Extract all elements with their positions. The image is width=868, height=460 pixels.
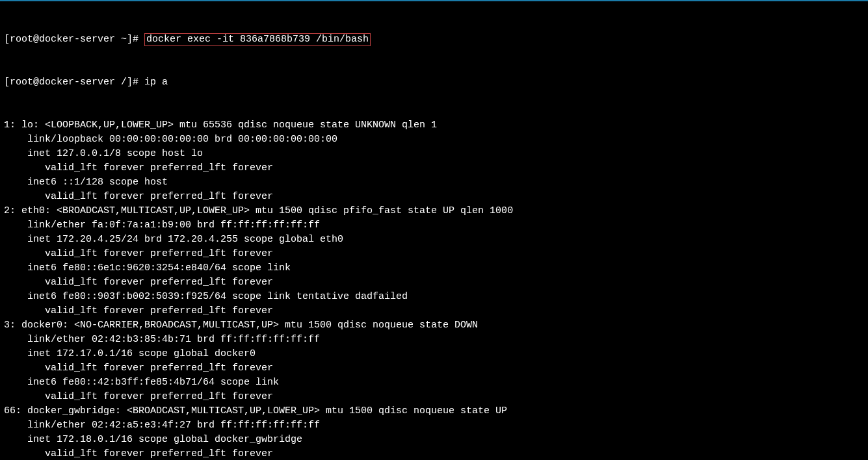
interface-line: inet6 fe80::903f:b002:5039:f925/64 scope…: [4, 290, 864, 304]
interface-line: link/loopback 00:00:00:00:00:00 brd 00:0…: [4, 133, 864, 147]
prompt-line-2: [root@docker-server /]# ip a: [4, 75, 864, 90]
interface-line: inet 172.17.0.1/16 scope global docker0: [4, 347, 864, 361]
interface-line: link/ether fa:0f:7a:a1:b9:00 brd ff:ff:f…: [4, 218, 864, 233]
interface-line: inet6 fe80::6e1c:9620:3254:e840/64 scope…: [4, 261, 864, 275]
interface-line: inet 172.18.0.1/16 scope global docker_g…: [4, 433, 864, 447]
interface-line: valid_lft forever preferred_lft forever: [4, 161, 864, 175]
interface-line: valid_lft forever preferred_lft forever: [4, 190, 864, 204]
interface-header: 66: docker_gwbridge: <BROADCAST,MULTICAS…: [4, 404, 864, 418]
interface-line: valid_lft forever preferred_lft forever: [4, 275, 864, 290]
prompt-line-1: [root@docker-server ~]# docker exec -it …: [4, 32, 864, 47]
interface-header: 3: docker0: <NO-CARRIER,BROADCAST,MULTIC…: [4, 318, 864, 333]
interface-header: 1: lo: <LOOPBACK,UP,LOWER_UP> mtu 65536 …: [4, 118, 864, 133]
prompt-prefix-1: [root@docker-server ~]#: [4, 34, 144, 45]
command-output: 1: lo: <LOOPBACK,UP,LOWER_UP> mtu 65536 …: [4, 118, 864, 460]
interface-line: valid_lft forever preferred_lft forever: [4, 361, 864, 376]
interface-line: valid_lft forever preferred_lft forever: [4, 447, 864, 460]
terminal-pane[interactable]: [root@docker-server ~]# docker exec -it …: [0, 1, 868, 460]
interface-line: inet 127.0.0.1/8 scope host lo: [4, 147, 864, 161]
interface-line: valid_lft forever preferred_lft forever: [4, 247, 864, 261]
interface-line: valid_lft forever preferred_lft forever: [4, 304, 864, 318]
interface-line: inet6 fe80::42:b3ff:fe85:4b71/64 scope l…: [4, 376, 864, 390]
highlighted-command: docker exec -it 836a7868b739 /bin/bash: [144, 33, 371, 46]
interface-line: link/ether 02:42:b3:85:4b:71 brd ff:ff:f…: [4, 333, 864, 347]
interface-line: link/ether 02:42:a5:e3:4f:27 brd ff:ff:f…: [4, 418, 864, 433]
interface-line: inet 172.20.4.25/24 brd 172.20.4.255 sco…: [4, 233, 864, 247]
interface-header: 2: eth0: <BROADCAST,MULTICAST,UP,LOWER_U…: [4, 204, 864, 218]
interface-line: inet6 ::1/128 scope host: [4, 175, 864, 190]
command-2: ip a: [144, 77, 168, 88]
interface-line: valid_lft forever preferred_lft forever: [4, 390, 864, 404]
prompt-prefix-2: [root@docker-server /]#: [4, 77, 144, 88]
